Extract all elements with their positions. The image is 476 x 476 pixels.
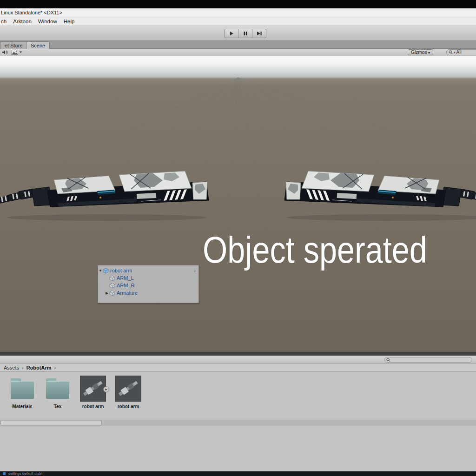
asset-materials-folder[interactable]: Materials <box>8 376 36 409</box>
asset-label: robot arm <box>114 404 142 409</box>
folder-icon <box>46 381 69 399</box>
play-button[interactable] <box>224 29 238 38</box>
robot-arm-right-model[interactable] <box>280 170 476 223</box>
window-title: Linux Standalone* <DX11> <box>0 8 476 17</box>
asset-label: Tex <box>44 404 72 409</box>
hierarchy-item-arm-r[interactable]: ARM_R <box>98 282 198 289</box>
project-panel-header <box>0 356 476 364</box>
breadcrumb-robotarm[interactable]: RobotArm <box>26 365 52 370</box>
hierarchy-popup: ▼ robot arm › ARM_L ARM_R <box>98 265 199 303</box>
menu-bar: ch Arktoon Window Help <box>0 17 476 26</box>
status-text: settings default distri <box>8 471 42 476</box>
hierarchy-item-label: Armature <box>117 290 138 296</box>
scene-view-toolbar: Gizmos ▾ ▾ All <box>0 49 476 56</box>
effects-dropdown[interactable] <box>12 50 22 55</box>
asset-label: robot arm <box>79 404 107 409</box>
model-thumbnail <box>80 376 106 402</box>
view-tab-bar: et Store Scene <box>0 41 476 49</box>
chevron-right-icon: › <box>194 268 196 273</box>
asset-robot-arm-model[interactable]: ▸ robot arm <box>79 376 107 409</box>
menu-item-window[interactable]: Window <box>38 19 61 24</box>
chevron-down-icon <box>19 51 22 53</box>
magnifier-icon <box>386 358 390 362</box>
magnifier-icon <box>449 50 453 54</box>
pause-button[interactable] <box>238 29 252 38</box>
panel-divider[interactable] <box>0 352 476 356</box>
overlay-caption: Object sperated <box>203 231 445 269</box>
chevron-down-icon: ▾ <box>454 51 456 54</box>
menu-item-ch[interactable]: ch <box>1 19 10 24</box>
scrollbar-thumb[interactable] <box>0 421 102 425</box>
window-top-strip <box>0 0 476 8</box>
transport-controls <box>224 29 266 38</box>
foldout-caret-icon[interactable]: ▶ <box>105 291 109 295</box>
pause-icon <box>243 31 248 36</box>
tab-scene[interactable]: Scene <box>26 41 50 49</box>
hierarchy-item-label: ARM_L <box>117 275 134 281</box>
breadcrumb: Assets › RobotArm › <box>0 364 476 372</box>
scene-viewport[interactable]: Object sperated ▼ robot arm › ARM_L <box>0 56 476 352</box>
horizontal-scrollbar[interactable] <box>0 420 476 426</box>
play-icon <box>229 31 234 36</box>
tab-asset-store[interactable]: et Store <box>0 41 27 49</box>
chevron-down-icon: ▾ <box>428 51 430 55</box>
status-icon <box>3 472 6 475</box>
breadcrumb-assets[interactable]: Assets <box>4 365 19 370</box>
unity-editor-window: Linux Standalone* <DX11> ch Arktoon Wind… <box>0 0 476 476</box>
hierarchy-item-robot-arm[interactable]: ▼ robot arm › <box>98 267 198 274</box>
mesh-cube-icon <box>109 283 115 289</box>
expand-asset-button[interactable]: ▸ <box>103 386 109 392</box>
step-icon <box>257 31 262 36</box>
image-icon <box>12 50 18 55</box>
status-bar: settings default distri <box>0 471 476 476</box>
hierarchy-item-arm-l[interactable]: ARM_L <box>98 274 198 282</box>
scene-search-input[interactable]: ▾ All <box>446 49 476 55</box>
step-button[interactable] <box>252 29 266 38</box>
mesh-cube-icon <box>109 275 115 281</box>
robot-arm-left-model[interactable] <box>0 170 213 223</box>
mesh-cube-icon <box>109 290 115 296</box>
main-toolbar <box>0 26 476 41</box>
gizmos-dropdown[interactable]: Gizmos ▾ <box>408 49 433 55</box>
asset-robot-arm-prefab[interactable]: robot arm <box>114 376 142 409</box>
gizmos-label: Gizmos <box>411 50 427 55</box>
project-search-input[interactable] <box>384 357 472 363</box>
asset-label: Materials <box>8 404 36 409</box>
foldout-caret-icon[interactable]: ▼ <box>98 269 103 273</box>
menu-item-arktoon[interactable]: Arktoon <box>13 19 35 24</box>
prefab-cube-icon <box>103 268 109 274</box>
menu-item-help[interactable]: Help <box>64 19 79 24</box>
model-thumbnail <box>115 376 141 402</box>
hierarchy-item-armature[interactable]: ▶ Armature <box>98 289 198 297</box>
asset-tex-folder[interactable]: Tex <box>44 376 72 409</box>
scene-search-scope: All <box>456 50 462 55</box>
speaker-icon[interactable] <box>2 50 8 55</box>
folder-icon <box>11 381 34 399</box>
hierarchy-item-label: ARM_R <box>117 283 135 288</box>
hierarchy-item-label: robot arm <box>110 268 132 273</box>
chevron-right-icon: › <box>54 365 56 370</box>
chevron-right-icon: › <box>22 365 24 370</box>
